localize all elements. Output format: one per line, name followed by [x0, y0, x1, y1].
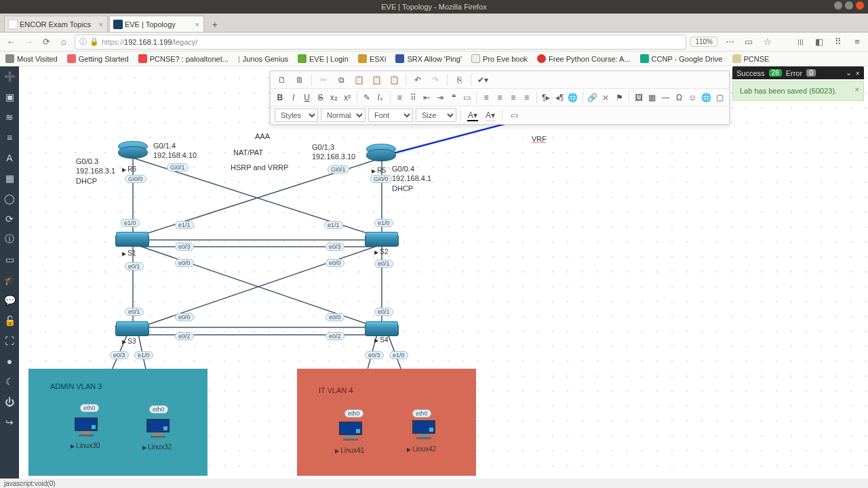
- unlink-icon[interactable]: ⤫: [601, 91, 612, 104]
- vlan4-box[interactable]: IT VLAN 4: [297, 369, 476, 476]
- grid-icon[interactable]: ▦: [3, 172, 16, 184]
- annot-natpat[interactable]: NAT/PAT: [233, 148, 263, 157]
- close-icon[interactable]: ×: [855, 85, 859, 94]
- zoom-indicator[interactable]: 110%: [690, 37, 717, 47]
- anchor-icon[interactable]: ⎘: [452, 73, 467, 87]
- networks-icon[interactable]: ≋: [3, 111, 16, 123]
- align-right-icon[interactable]: ≡: [508, 91, 519, 104]
- emoji-icon[interactable]: ☺: [687, 91, 698, 104]
- topology-canvas[interactable]: ADMIN VLAN 3 IT VLAN 4 AAA NAT/PAT HSRP …: [19, 66, 868, 479]
- bookmark-star-icon[interactable]: ☆: [761, 37, 774, 47]
- sidebar-icon[interactable]: ◧: [812, 37, 826, 47]
- annot-r5block[interactable]: G0/0.4 192.168.4.1 DHCP: [392, 164, 431, 193]
- underline-icon[interactable]: U: [302, 91, 313, 104]
- align-left-icon[interactable]: ≡: [481, 91, 492, 104]
- add-node-icon[interactable]: ➕: [3, 70, 16, 83]
- scayt-icon[interactable]: ✔▾: [475, 73, 490, 87]
- annot-r6g014[interactable]: G0/1.4 192.168.4.10: [153, 141, 197, 161]
- image-icon[interactable]: 🖼: [633, 91, 644, 104]
- hr-icon[interactable]: —: [660, 91, 671, 104]
- bm-esxi[interactable]: ESXi: [358, 54, 386, 63]
- node-linux41[interactable]: [339, 422, 362, 441]
- paste-text-icon[interactable]: 📋: [369, 73, 384, 87]
- node-r5[interactable]: [366, 144, 396, 163]
- bm-srx[interactable]: SRX Allow 'Ping': [395, 54, 462, 63]
- close-icon[interactable]: ×: [856, 69, 860, 77]
- list-icon[interactable]: ≡: [3, 131, 16, 144]
- iframe-icon[interactable]: 🌐: [701, 91, 711, 104]
- source-icon[interactable]: ▭: [507, 108, 521, 122]
- reader-icon[interactable]: ▭: [742, 37, 755, 47]
- outdent-icon[interactable]: ⇤: [421, 91, 432, 104]
- new-doc-icon[interactable]: 🗋: [275, 73, 290, 87]
- node-s3[interactable]: [115, 324, 149, 336]
- node-s2[interactable]: [365, 235, 399, 247]
- size-select[interactable]: Size: [416, 108, 456, 122]
- bm-getting-started[interactable]: Getting Started: [67, 54, 129, 63]
- format-select[interactable]: Normal: [321, 108, 366, 122]
- special-icon[interactable]: Ω: [674, 91, 685, 104]
- node-linux42[interactable]: [412, 420, 435, 439]
- numlist-icon[interactable]: ≡: [394, 91, 405, 104]
- lock-icon[interactable]: 🔓: [3, 314, 16, 327]
- node-r6[interactable]: [118, 141, 148, 160]
- font-select[interactable]: Font: [368, 108, 413, 122]
- window-max-icon[interactable]: [845, 1, 853, 9]
- node-s4[interactable]: [365, 324, 399, 336]
- close-icon[interactable]: ×: [99, 20, 103, 28]
- close-icon[interactable]: ×: [195, 20, 199, 28]
- grad-icon[interactable]: 🎓: [3, 274, 16, 286]
- node-s1[interactable]: [115, 235, 149, 247]
- bullist-icon[interactable]: ⠿: [408, 91, 418, 104]
- bold-icon[interactable]: B: [275, 91, 285, 104]
- shapes-icon[interactable]: ◯: [3, 192, 16, 205]
- new-tab-button[interactable]: +: [208, 17, 222, 32]
- paste-word-icon[interactable]: 📋: [387, 73, 401, 87]
- italic-icon[interactable]: I: [288, 91, 299, 104]
- node-linux32[interactable]: [146, 419, 170, 438]
- forward-button[interactable]: →: [22, 37, 35, 47]
- rtl-icon[interactable]: ◂¶: [554, 91, 565, 104]
- expand-icon[interactable]: ⛶: [3, 335, 16, 347]
- menu-icon[interactable]: ≡: [850, 37, 864, 47]
- table-icon[interactable]: ▦: [647, 91, 658, 104]
- annot-aaa[interactable]: AAA: [255, 131, 270, 141]
- bm-python[interactable]: Free Python Course: A...: [537, 54, 630, 63]
- bm-most-visited[interactable]: Most Visited: [5, 54, 58, 63]
- back-button[interactable]: ←: [4, 37, 18, 47]
- embed-icon[interactable]: ▢: [714, 91, 725, 104]
- address-input[interactable]: ⓘ 🔒 https:// 192.168.1.199 /legacy/: [75, 35, 686, 49]
- ltr-icon[interactable]: ¶▸: [540, 91, 551, 104]
- annot-vrf[interactable]: VRF: [532, 134, 547, 144]
- bm-pcnse[interactable]: PCNSE? : paloaltonet...: [138, 54, 229, 63]
- bm-pcnse2[interactable]: PCNSE: [732, 54, 770, 63]
- link-icon[interactable]: 🔗: [587, 91, 598, 104]
- annot-hsrp[interactable]: HSRP and VRRP: [231, 163, 288, 172]
- flag-icon[interactable]: ⚑: [614, 91, 625, 104]
- book-icon[interactable]: ▭: [3, 253, 16, 266]
- text-color-icon[interactable]: A▾: [465, 108, 480, 122]
- bm-ccnp[interactable]: CCNP - Google Drive: [640, 54, 723, 63]
- bm-eve-login[interactable]: EVE | Login: [298, 54, 349, 63]
- lang-icon[interactable]: 🌐: [568, 91, 578, 104]
- copyformat-icon[interactable]: ✎: [361, 91, 372, 104]
- more-icon[interactable]: ⋯: [723, 37, 736, 47]
- cut-icon[interactable]: ✂: [316, 73, 331, 87]
- home-button[interactable]: ⌂: [57, 37, 71, 47]
- refresh-icon[interactable]: ⟳: [3, 213, 16, 225]
- addons-icon[interactable]: ⠿: [831, 37, 845, 47]
- div-icon[interactable]: ▭: [462, 91, 473, 104]
- bm-junos[interactable]: |Junos Genius: [238, 55, 288, 63]
- vlan3-box[interactable]: ADMIN VLAN 3: [28, 369, 208, 476]
- styles-select[interactable]: Styles: [275, 108, 318, 122]
- copy-icon[interactable]: ⧉: [334, 73, 349, 87]
- chevron-down-icon[interactable]: ⌄: [846, 68, 852, 77]
- undo-icon[interactable]: ↶: [410, 73, 425, 87]
- power-icon[interactable]: ⏻: [3, 396, 16, 408]
- nodes-icon[interactable]: ▣: [3, 91, 16, 103]
- text-icon[interactable]: A: [3, 152, 16, 164]
- library-icon[interactable]: ⫼: [793, 37, 807, 47]
- paste-icon[interactable]: 📋: [351, 73, 366, 87]
- notif-header[interactable]: Success 28 Error 0 ⌄ ×: [732, 66, 864, 79]
- annot-r5g013[interactable]: G0/1.3 192.168.3.10: [312, 142, 355, 162]
